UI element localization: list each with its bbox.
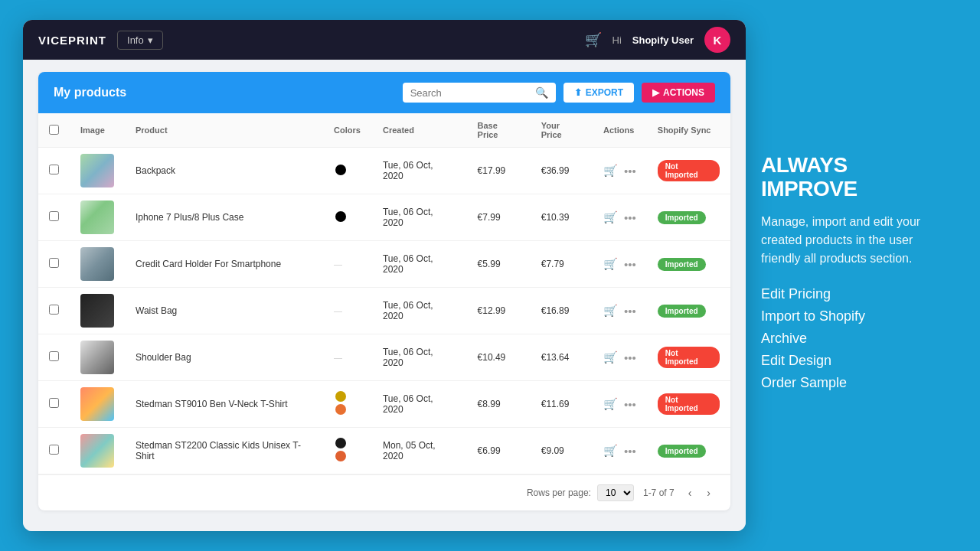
cart-icon[interactable]: 🛒 [585, 31, 602, 48]
more-options-icon[interactable]: ••• [624, 211, 636, 224]
more-options-icon[interactable]: ••• [624, 445, 636, 458]
row-checkbox[interactable] [49, 211, 59, 221]
product-image [80, 434, 114, 468]
th-actions: Actions [593, 113, 647, 148]
row-checkbox[interactable] [49, 258, 59, 268]
row-image-cell [70, 148, 125, 194]
row-checkbox[interactable] [49, 398, 59, 408]
add-to-shopify-icon[interactable]: 🛒 [603, 304, 618, 318]
products-table: Image Product Colors Created Base Price … [38, 113, 730, 474]
table-header-row: Image Product Colors Created Base Price … [38, 113, 730, 148]
row-actions: 🛒 ••• [593, 241, 647, 288]
search-input[interactable] [410, 87, 529, 99]
export-label: EXPORT [586, 87, 623, 98]
nav-info-label: Info [127, 34, 144, 46]
row-shopify-sync: Imported [647, 288, 730, 334]
feature-item: Edit Pricing [761, 286, 942, 302]
right-description: Manage, import and edit your created pro… [761, 213, 942, 268]
card-header: My products 🔍 ⬆ EXPORT ▶ ACTIONS [38, 72, 730, 113]
more-options-icon[interactable]: ••• [624, 351, 636, 364]
row-actions: 🛒 ••• [593, 381, 647, 428]
status-badge: Not Imported [658, 393, 720, 415]
row-actions: 🛒 ••• [593, 194, 647, 241]
user-name-label: Shopify User [632, 34, 694, 46]
row-product-name: Iphone 7 Plus/8 Plus Case [125, 194, 323, 241]
main-content: My products 🔍 ⬆ EXPORT ▶ ACTIONS [23, 60, 746, 531]
row-image-cell [70, 381, 125, 428]
rows-per-page-select[interactable]: 10 25 50 [597, 484, 634, 501]
feature-item: Archive [761, 331, 942, 347]
more-options-icon[interactable]: ••• [624, 258, 636, 271]
add-to-shopify-icon[interactable]: 🛒 [603, 257, 618, 271]
select-all-checkbox[interactable] [49, 125, 59, 135]
row-base-price: €10.49 [467, 334, 531, 381]
table-row: Iphone 7 Plus/8 Plus Case Tue, 06 Oct, 2… [38, 194, 730, 241]
feature-item: Order Sample [761, 375, 942, 391]
export-button[interactable]: ⬆ EXPORT [564, 83, 634, 103]
row-checkbox-cell [38, 381, 70, 428]
row-base-price: €5.99 [467, 241, 531, 288]
row-colors [323, 194, 372, 241]
th-created: Created [372, 113, 467, 148]
feature-item: Edit Design [761, 353, 942, 369]
row-your-price: €36.99 [531, 148, 593, 194]
hi-label: Hi [612, 34, 622, 46]
row-image-cell [70, 334, 125, 381]
more-options-icon[interactable]: ••• [624, 398, 636, 411]
th-colors: Colors [323, 113, 372, 148]
row-created: Mon, 05 Oct, 2020 [372, 428, 467, 474]
status-badge: Imported [658, 258, 706, 271]
row-created: Tue, 06 Oct, 2020 [372, 148, 467, 194]
app-panel: VICEPRINT Info ▾ 🛒 Hi Shopify User K [23, 20, 746, 531]
row-your-price: €10.39 [531, 194, 593, 241]
table-row: Shoulder Bag — Tue, 06 Oct, 2020 €10.49 … [38, 334, 730, 381]
add-to-shopify-icon[interactable]: 🛒 [603, 350, 618, 364]
row-created: Tue, 06 Oct, 2020 [372, 241, 467, 288]
row-your-price: €9.09 [531, 428, 593, 474]
row-created: Tue, 06 Oct, 2020 [372, 194, 467, 241]
rows-per-page: Rows per page: 10 25 50 [527, 484, 634, 501]
prev-page-button[interactable]: ‹ [684, 485, 697, 500]
row-your-price: €16.89 [531, 288, 593, 334]
row-base-price: €7.99 [467, 194, 531, 241]
row-image-cell [70, 194, 125, 241]
row-colors: — [323, 334, 372, 381]
th-checkbox [38, 113, 70, 148]
avatar: K [704, 27, 730, 53]
row-base-price: €6.99 [467, 428, 531, 474]
row-base-price: €8.99 [467, 381, 531, 428]
row-checkbox-cell [38, 148, 70, 194]
next-page-button[interactable]: › [702, 485, 715, 500]
row-shopify-sync: Not Imported [647, 381, 730, 428]
rows-per-page-label: Rows per page: [527, 487, 591, 498]
more-options-icon[interactable]: ••• [624, 305, 636, 318]
actions-button[interactable]: ▶ ACTIONS [642, 83, 715, 103]
row-checkbox[interactable] [49, 445, 59, 455]
add-to-shopify-icon[interactable]: 🛒 [603, 397, 618, 411]
add-to-shopify-icon[interactable]: 🛒 [603, 164, 618, 178]
product-image [80, 341, 114, 374]
row-checkbox[interactable] [49, 305, 59, 315]
row-checkbox[interactable] [49, 351, 59, 361]
add-to-shopify-icon[interactable]: 🛒 [603, 210, 618, 224]
more-options-icon[interactable]: ••• [624, 165, 636, 178]
row-created: Tue, 06 Oct, 2020 [372, 381, 467, 428]
row-product-name: Backpack [125, 148, 323, 194]
row-product-name: Stedman ST2200 Classic Kids Unisex T-Shi… [125, 428, 323, 474]
th-shopify-sync: Shopify Sync [647, 113, 730, 148]
row-your-price: €11.69 [531, 381, 593, 428]
nav-info-button[interactable]: Info ▾ [117, 31, 163, 50]
add-to-shopify-icon[interactable]: 🛒 [603, 444, 618, 458]
row-shopify-sync: Imported [647, 194, 730, 241]
product-image [80, 201, 114, 234]
th-image: Image [70, 113, 125, 148]
products-card: My products 🔍 ⬆ EXPORT ▶ ACTIONS [38, 72, 730, 510]
row-actions: 🛒 ••• [593, 288, 647, 334]
status-badge: Not Imported [658, 160, 720, 181]
row-colors [323, 381, 372, 428]
row-checkbox[interactable] [49, 165, 59, 174]
row-actions: 🛒 ••• [593, 428, 647, 474]
row-shopify-sync: Not Imported [647, 148, 730, 194]
actions-play-icon: ▶ [652, 87, 659, 98]
feature-item: Import to Shopify [761, 308, 942, 324]
